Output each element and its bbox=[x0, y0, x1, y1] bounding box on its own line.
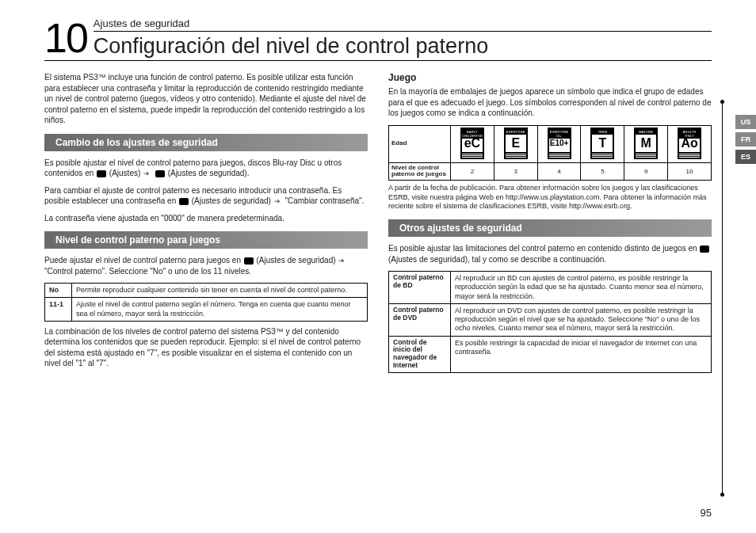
table-row: 11-1 Ajuste el nivel de control paterno … bbox=[45, 298, 368, 322]
section-bar-security-settings: Cambio de los ajustes de seguridad bbox=[44, 134, 368, 151]
esrb-m-icon: M bbox=[634, 128, 658, 159]
table-row: Nivel de control paterno de juegos 2 3 4… bbox=[389, 162, 712, 181]
table-row: Control paterno de BD Al reproducir un B… bbox=[389, 272, 712, 304]
sec1-p3: La contraseña viene ajustada en "0000" d… bbox=[44, 213, 368, 224]
section-bar-other-security: Otros ajustes de seguridad bbox=[388, 219, 712, 237]
security-settings-icon bbox=[244, 257, 254, 265]
sec2-p2: La combinación de los niveles de control… bbox=[44, 326, 368, 369]
sec1-p1: Es posible ajustar el nivel de control p… bbox=[44, 158, 368, 179]
side-marker-line bbox=[722, 101, 723, 495]
table-row: No Permite reproducir cualquier contenid… bbox=[45, 284, 368, 298]
table-row: Edad eC E E10+ T M Ao bbox=[389, 125, 712, 162]
left-column: El sistema PS3™ incluye una función de c… bbox=[44, 72, 368, 378]
other-security-table: Control paterno de BD Al reproducir un B… bbox=[388, 271, 712, 373]
intro-paragraph: El sistema PS3™ incluye una función de c… bbox=[44, 72, 368, 126]
esrb-e10-icon: E10+ bbox=[548, 128, 571, 159]
lang-tab-us[interactable]: US bbox=[735, 115, 756, 129]
esrb-t-icon: T bbox=[590, 128, 614, 159]
page-number: 95 bbox=[701, 507, 712, 519]
section-bar-parental-level-games: Nivel de control paterno para juegos bbox=[44, 231, 368, 249]
lang-tab-es[interactable]: ES bbox=[735, 150, 756, 164]
table-row: Control de inicio del navegador de Inter… bbox=[389, 336, 712, 372]
parental-level-options-table: No Permite reproducir cualquier contenid… bbox=[44, 283, 368, 322]
security-settings-icon bbox=[700, 246, 709, 253]
sec3-p1: En la mayoría de embalajes de juegos apa… bbox=[388, 86, 712, 119]
esrb-ao-icon: Ao bbox=[678, 128, 701, 159]
sec2-p1: Puede ajustar el nivel de control patern… bbox=[44, 255, 368, 276]
settings-icon bbox=[97, 170, 106, 177]
esrb-rating-table: Edad eC E E10+ T M Ao Nivel de control p… bbox=[388, 125, 712, 181]
table-row: Control paterno de DVD Al reproducir un … bbox=[389, 303, 712, 336]
page-header: 10 Ajustes de seguridad Configuración de… bbox=[44, 17, 712, 61]
esrb-e-icon: E bbox=[504, 128, 528, 159]
lang-tab-fr[interactable]: FR bbox=[735, 132, 756, 147]
esrb-footnote: A partir de la fecha de publicación. Par… bbox=[388, 184, 712, 211]
arrow-icon bbox=[338, 257, 346, 265]
security-settings-icon bbox=[155, 170, 165, 177]
sec4-p1: Es posible ajustar las limitaciones del … bbox=[388, 243, 712, 265]
esrb-ec-icon: eC bbox=[460, 128, 484, 159]
arrow-icon bbox=[274, 198, 282, 205]
right-column: Juego En la mayoría de embalajes de jueg… bbox=[388, 72, 712, 378]
chapter-number: 10 bbox=[44, 17, 87, 59]
language-tabs: US FR ES bbox=[735, 115, 756, 164]
arrow-icon bbox=[143, 170, 151, 177]
security-settings-icon bbox=[179, 198, 189, 205]
sec1-p2: Para cambiar el ajuste de control patern… bbox=[44, 185, 368, 207]
page-title: Configuración del nivel de control pater… bbox=[94, 34, 712, 59]
section-overline: Ajustes de seguridad bbox=[94, 17, 712, 32]
subhead-juego: Juego bbox=[388, 72, 712, 83]
